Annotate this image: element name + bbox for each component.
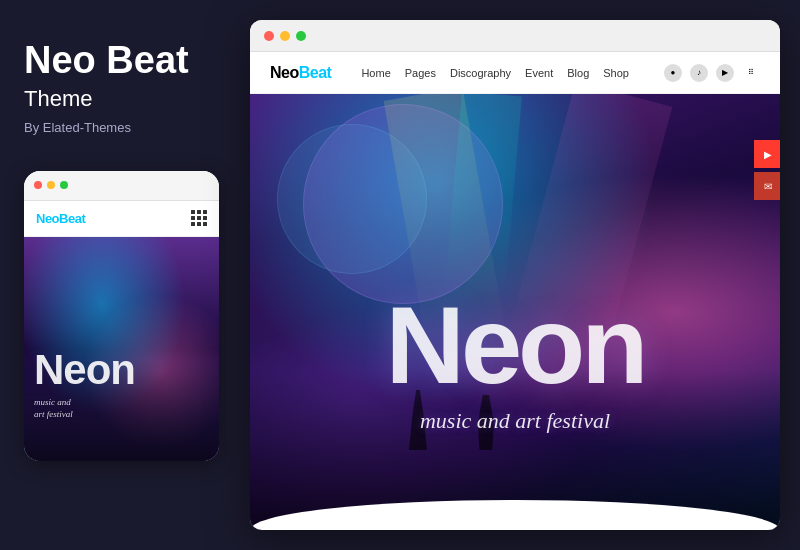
grid-dot bbox=[191, 216, 195, 220]
side-floating-icons: ▶ ✉ bbox=[754, 140, 780, 200]
nav-item-discography[interactable]: Discography bbox=[450, 67, 511, 79]
mobile-logo: NeoBeat bbox=[36, 211, 85, 226]
mobile-menu-icon[interactable] bbox=[191, 210, 207, 226]
theme-author: By Elated-Themes bbox=[24, 120, 216, 135]
desktop-dot-red bbox=[264, 31, 274, 41]
mobile-hero-title: Neon bbox=[34, 349, 135, 391]
mobile-hero-subtitle: music and art festival bbox=[34, 396, 73, 421]
desktop-logo: NeoBeat bbox=[270, 64, 331, 82]
nav-item-blog[interactable]: Blog bbox=[567, 67, 589, 79]
desktop-dot-yellow bbox=[280, 31, 290, 41]
right-panel: NeoBeat Home Pages Discography Event Blo… bbox=[240, 0, 800, 550]
nav-item-home[interactable]: Home bbox=[361, 67, 390, 79]
side-icon-mail[interactable]: ✉ bbox=[754, 172, 780, 200]
desktop-preview: NeoBeat Home Pages Discography Event Blo… bbox=[250, 20, 780, 530]
desktop-hero-subtitle: music and art festival bbox=[420, 408, 610, 434]
grid-dot bbox=[203, 210, 207, 214]
grid-dot bbox=[203, 216, 207, 220]
desktop-nav-social-icons: ● ♪ ▶ ⠿ bbox=[664, 64, 760, 82]
grid-menu-icon[interactable]: ⠿ bbox=[742, 64, 760, 82]
social-icon-circle-1[interactable]: ● bbox=[664, 64, 682, 82]
side-icon-youtube[interactable]: ▶ bbox=[754, 140, 780, 168]
nav-item-shop[interactable]: Shop bbox=[603, 67, 629, 79]
grid-dot bbox=[191, 222, 195, 226]
mobile-nav: NeoBeat bbox=[24, 201, 219, 237]
mobile-preview: NeoBeat Neon music and art festival bbox=[24, 171, 219, 461]
desktop-hero-title: Neon bbox=[386, 290, 645, 400]
desktop-browser-bar bbox=[250, 20, 780, 52]
mobile-dot-red bbox=[34, 181, 42, 189]
mobile-dot-yellow bbox=[47, 181, 55, 189]
theme-title-block: Neo Beat Theme By Elated-Themes bbox=[24, 40, 216, 163]
grid-dot bbox=[203, 222, 207, 226]
grid-dot bbox=[197, 222, 201, 226]
mobile-hero: Neon music and art festival bbox=[24, 237, 219, 461]
nav-item-event[interactable]: Event bbox=[525, 67, 553, 79]
social-icon-circle-2[interactable]: ♪ bbox=[690, 64, 708, 82]
social-icon-circle-3[interactable]: ▶ bbox=[716, 64, 734, 82]
mobile-browser-bar bbox=[24, 171, 219, 201]
grid-dot bbox=[191, 210, 195, 214]
desktop-nav-items: Home Pages Discography Event Blog Shop bbox=[361, 67, 629, 79]
mobile-logo-text: NeoBeat bbox=[36, 211, 85, 226]
left-panel: Neo Beat Theme By Elated-Themes NeoBeat bbox=[0, 0, 240, 550]
nav-item-pages[interactable]: Pages bbox=[405, 67, 436, 79]
theme-title: Neo Beat bbox=[24, 40, 216, 82]
mobile-dot-green bbox=[60, 181, 68, 189]
grid-dot bbox=[197, 216, 201, 220]
desktop-hero: Neon music and art festival bbox=[250, 94, 780, 530]
desktop-dot-green bbox=[296, 31, 306, 41]
grid-dot bbox=[197, 210, 201, 214]
desktop-logo-text: NeoBeat bbox=[270, 64, 331, 81]
theme-subtitle: Theme bbox=[24, 86, 216, 112]
desktop-nav: NeoBeat Home Pages Discography Event Blo… bbox=[250, 52, 780, 94]
